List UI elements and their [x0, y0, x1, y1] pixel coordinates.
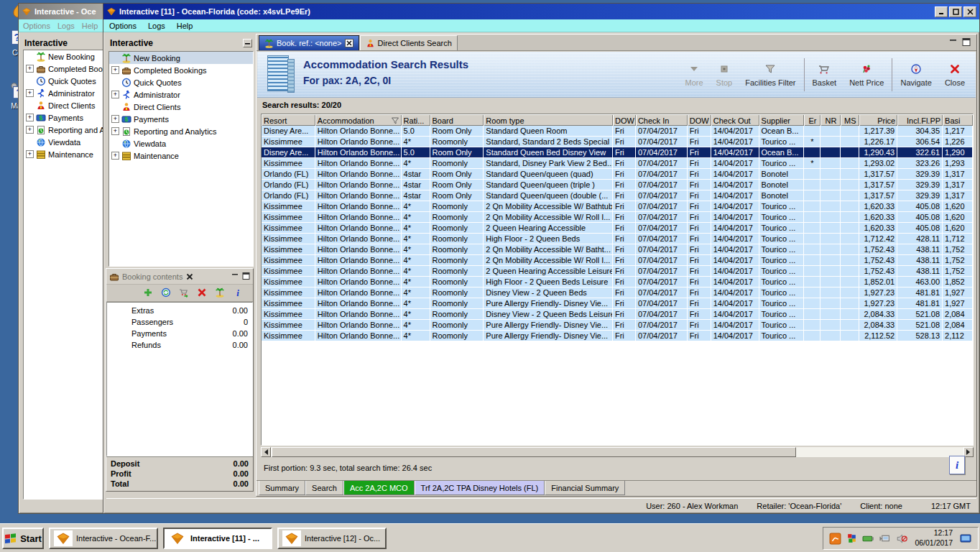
- toolbar-facilities-filter-button[interactable]: Facilities Filter: [739, 55, 802, 94]
- horizontal-scrollbar[interactable]: [261, 447, 974, 457]
- show-desktop-icon[interactable]: [960, 533, 972, 545]
- scroll-left-icon[interactable]: [261, 447, 271, 457]
- booking-contents-close-icon[interactable]: [185, 272, 194, 281]
- maximize-button[interactable]: [949, 6, 962, 17]
- table-row[interactable]: Orlando (FL)Hilton Orlando Bonne...4star…: [262, 169, 973, 180]
- table-row[interactable]: KissimmeeHilton Orlando Bonne...4*Roomon…: [262, 137, 973, 147]
- table-row[interactable]: KissimmeeHilton Orlando Bonne...4*Roomon…: [262, 201, 973, 212]
- expander-icon[interactable]: +: [26, 126, 34, 134]
- panel-restore-icon[interactable]: [242, 272, 250, 281]
- menu-logs[interactable]: Logs: [57, 22, 75, 30]
- bottom-tab-trf-2a-2c-tpa-disney-hotels-fl[interactable]: Trf 2A,2C TPA Disney Hotels (FL): [415, 481, 545, 495]
- table-row[interactable]: KissimmeeHilton Orlando Bonne...4*Roomon…: [262, 158, 973, 169]
- expander-icon[interactable]: +: [26, 114, 34, 121]
- start-button[interactable]: Start: [2, 528, 44, 549]
- booking-toolbar-quote[interactable]: [161, 288, 171, 299]
- sidebar-item-viewdata[interactable]: Viewdata: [24, 136, 104, 148]
- bottom-tab-financial-summary[interactable]: Financial Summary: [545, 481, 625, 495]
- expander-icon[interactable]: +: [26, 89, 34, 97]
- bottom-tab-summary[interactable]: Summary: [259, 481, 305, 495]
- menu-options[interactable]: Options: [23, 22, 50, 30]
- scrollbar-thumb[interactable]: [272, 447, 796, 457]
- column-header-check-in[interactable]: Check In: [636, 114, 688, 126]
- sidebar-item-quick-quotes[interactable]: Quick Quotes: [24, 75, 104, 87]
- sidebar-item-reporting-and-analytics[interactable]: +Reporting and Analytics: [109, 125, 253, 137]
- booking-toolbar-delete[interactable]: [197, 288, 207, 299]
- menu-help[interactable]: Help: [177, 22, 193, 30]
- sidebar-item-maintenance[interactable]: +Maintenance: [24, 148, 104, 160]
- taskbar-button-interactive-ocean-f[interactable]: Interactive - Ocean-F...: [49, 528, 158, 549]
- tray-clock[interactable]: 12:17 06/01/2017: [915, 528, 953, 548]
- sidebar-item-administrator[interactable]: +Administrator: [24, 87, 104, 99]
- sidebar-item-reporting-and-analytics[interactable]: +Reporting and Analytics: [24, 124, 104, 136]
- toolbar-navigate-button[interactable]: Navigate: [894, 55, 938, 94]
- sidebar-item-direct-clients[interactable]: Direct Clients: [24, 99, 104, 111]
- expander-icon[interactable]: +: [111, 66, 119, 74]
- sidebar-item-maintenance[interactable]: +Maintenance: [109, 150, 253, 162]
- table-row[interactable]: KissimmeeHilton Orlando Bonne...4*Roomon…: [262, 223, 973, 234]
- sidebar-item-completed-bookings[interactable]: +Completed Bookings: [109, 64, 253, 76]
- expander-icon[interactable]: +: [111, 91, 119, 98]
- bottom-tab-acc-2a-2c-mco[interactable]: Acc 2A,2C MCO: [343, 481, 415, 495]
- column-header-er[interactable]: Er: [804, 114, 820, 126]
- toolbar-close-button[interactable]: Close: [938, 55, 971, 94]
- column-header-basi[interactable]: Basi: [943, 114, 973, 126]
- tab-book-ref-none[interactable]: Book. ref.: <none>: [259, 35, 359, 50]
- back-window-titlebar[interactable]: Interactive - Oce: [19, 4, 103, 19]
- table-row[interactable]: KissimmeeHilton Orlando Bonne...4*Roomon…: [262, 309, 973, 320]
- column-header-rati[interactable]: Rati...: [402, 114, 430, 126]
- column-header-supplier[interactable]: Supplier: [759, 114, 805, 126]
- sidebar-item-administrator[interactable]: +Administrator: [109, 88, 253, 101]
- taskbar-button-interactive-11[interactable]: Interactive [11] - ...: [163, 528, 272, 549]
- column-header-nr[interactable]: NR: [820, 114, 841, 126]
- expander-icon[interactable]: +: [111, 152, 119, 160]
- sidebar-item-new-booking[interactable]: New Booking: [24, 50, 104, 63]
- expander-icon[interactable]: +: [111, 127, 119, 135]
- table-row[interactable]: KissimmeeHilton Orlando Bonne...4*Roomon…: [262, 212, 973, 223]
- sidebar-item-new-booking[interactable]: New Booking: [109, 52, 253, 64]
- toolbar-nett-price-button[interactable]: Nett Price: [843, 55, 890, 94]
- sidebar-item-payments[interactable]: +$Payments: [109, 113, 253, 125]
- table-row[interactable]: KissimmeeHilton Orlando Bonne...4*Roomon…: [262, 234, 973, 244]
- column-header-check-out[interactable]: Check Out: [711, 114, 759, 126]
- table-row[interactable]: KissimmeeHilton Orlando Bonne...4*Roomon…: [262, 288, 973, 298]
- column-header-accommodation[interactable]: Accommodation: [315, 114, 402, 126]
- sidebar-item-viewdata[interactable]: Viewdata: [109, 137, 253, 150]
- table-row[interactable]: KissimmeeHilton Orlando Bonne...4*Roomon…: [262, 277, 973, 288]
- bottom-tab-search[interactable]: Search: [305, 481, 343, 495]
- main-window-titlebar[interactable]: Interactive [11] - Ocean-Florida (code: …: [103, 4, 979, 19]
- column-header-room-type[interactable]: Room type: [484, 114, 613, 126]
- scroll-right-icon[interactable]: [963, 447, 974, 457]
- table-row[interactable]: Disney Are...Hilton Orlando Bonne...5.0R…: [262, 126, 973, 137]
- menu-help[interactable]: Help: [82, 22, 98, 30]
- panel-restore-icon[interactable]: [962, 38, 971, 47]
- sidebar-item-completed-bookings[interactable]: +Completed Bookings: [24, 63, 104, 75]
- expander-icon[interactable]: +: [26, 150, 34, 158]
- table-row[interactable]: KissimmeeHilton Orlando Bonne...4*Roomon…: [262, 320, 973, 331]
- panel-minimize-icon[interactable]: [231, 272, 239, 281]
- tab-direct-clients-search[interactable]: Direct Clients Search: [360, 35, 458, 50]
- table-row[interactable]: Disney Are...Hilton Orlando Bonne...5.0R…: [262, 147, 973, 158]
- column-header-board[interactable]: Board: [430, 114, 484, 126]
- window-main[interactable]: Interactive [11] - Ocean-Florida (code: …: [103, 3, 980, 514]
- taskbar-button-interactive-12-oc[interactable]: Interactive [12] - Oc...: [277, 528, 387, 549]
- booking-toolbar-cart-move[interactable]: [179, 288, 189, 299]
- table-row[interactable]: KissimmeeHilton Orlando Bonne...4*Roomon…: [262, 266, 973, 277]
- table-row[interactable]: KissimmeeHilton Orlando Bonne...4*Roomon…: [262, 244, 973, 255]
- menu-logs[interactable]: Logs: [148, 22, 165, 30]
- minimize-button[interactable]: [935, 6, 948, 17]
- column-header-resort[interactable]: Resort: [262, 114, 315, 126]
- column-header-ms[interactable]: MS: [841, 114, 859, 126]
- table-row[interactable]: KissimmeeHilton Orlando Bonne...4*Roomon…: [262, 255, 973, 266]
- tab-close-icon[interactable]: [345, 39, 353, 47]
- info-button[interactable]: i: [949, 456, 965, 474]
- panel-minimize-icon[interactable]: [949, 38, 958, 47]
- booking-toolbar-palm-island[interactable]: [215, 288, 225, 299]
- booking-contents-titlebar[interactable]: Booking contents: [106, 269, 253, 285]
- column-header-dow[interactable]: DOW: [613, 114, 636, 126]
- column-header-incl-fl-pp[interactable]: Incl.Fl.PP: [897, 114, 943, 126]
- expander-icon[interactable]: +: [26, 65, 34, 73]
- menu-options[interactable]: Options: [109, 22, 137, 30]
- sidebar-item-quick-quotes[interactable]: Quick Quotes: [109, 76, 253, 88]
- toolbar-basket-button[interactable]: Basket: [806, 55, 843, 94]
